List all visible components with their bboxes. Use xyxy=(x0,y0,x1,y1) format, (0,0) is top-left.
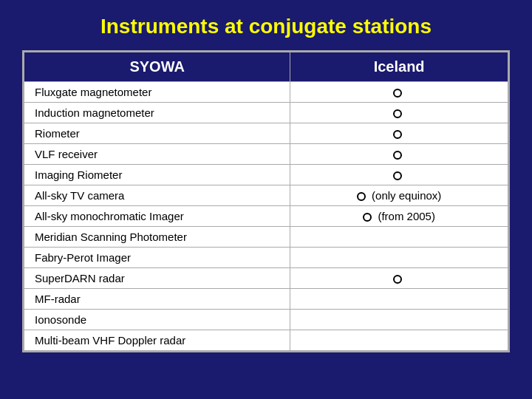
instrument-name: SuperDARN radar xyxy=(24,268,290,289)
iceland-value xyxy=(290,289,508,310)
iceland-value xyxy=(290,227,508,248)
col-iceland-header: Iceland xyxy=(290,52,508,82)
circle-icon xyxy=(393,89,402,98)
instrument-name: All-sky TV camera xyxy=(24,185,290,206)
instruments-table: SYOWA Iceland Fluxgate magnetometerInduc… xyxy=(22,50,510,352)
instrument-name: Induction magnetometer xyxy=(24,103,290,123)
instrument-name: Ionosonde xyxy=(24,310,290,330)
iceland-value xyxy=(290,330,508,351)
instrument-name: VLF receiver xyxy=(24,144,290,165)
instrument-name: Fluxgate magnetometer xyxy=(24,82,290,103)
iceland-value xyxy=(290,268,508,289)
instrument-name: MF-radar xyxy=(24,289,290,310)
iceland-value xyxy=(290,82,508,103)
iceland-value xyxy=(290,123,508,144)
iceland-value xyxy=(290,248,508,268)
instrument-name: Meridian Scanning Photometer xyxy=(24,227,290,248)
iceland-value xyxy=(290,310,508,330)
circle-icon xyxy=(357,192,366,201)
instrument-name: All-sky monochromatic Imager xyxy=(24,206,290,227)
instrument-name: Multi-beam VHF Doppler radar xyxy=(24,330,290,351)
circle-icon xyxy=(393,275,402,284)
iceland-value xyxy=(290,144,508,165)
page-title: Instruments at conjugate stations xyxy=(100,15,432,38)
instrument-name: Fabry-Perot Imager xyxy=(24,248,290,268)
instrument-name: Riometer xyxy=(24,123,290,144)
iceland-value: (only equinox) xyxy=(290,185,508,206)
col-syowa-header: SYOWA xyxy=(24,52,290,82)
circle-icon xyxy=(393,151,402,160)
circle-icon xyxy=(393,130,402,139)
iceland-value xyxy=(290,103,508,123)
circle-icon xyxy=(393,109,402,118)
circle-icon xyxy=(393,171,402,180)
instrument-name: Imaging Riometer xyxy=(24,165,290,185)
circle-icon xyxy=(363,213,372,222)
iceland-value: (from 2005) xyxy=(290,206,508,227)
iceland-value xyxy=(290,165,508,185)
